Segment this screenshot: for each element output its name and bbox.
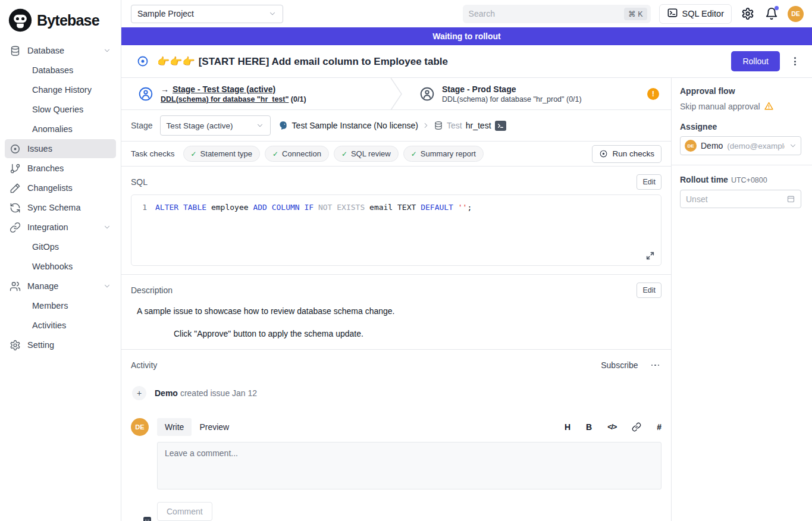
instance-name[interactable]: Test Sample Instance (No license) xyxy=(292,121,418,130)
chevron-down-icon xyxy=(268,10,277,18)
search-box[interactable]: ⌘ K xyxy=(463,5,651,23)
comment-submit-button[interactable]: Comment xyxy=(157,502,212,521)
stage-card-test[interactable]: →Stage - Test Stage (active) DDL(schema)… xyxy=(121,78,390,109)
approval-flow-title: Approval flow xyxy=(680,86,801,96)
stage-warning-badge: ! xyxy=(647,88,659,100)
bytebase-logo-icon xyxy=(8,8,32,32)
task-checks-label: Task checks xyxy=(131,149,175,158)
expand-fullscreen-icon[interactable] xyxy=(645,251,655,260)
rollout-button[interactable]: Rollout xyxy=(731,51,780,71)
stage-label: Stage xyxy=(131,121,153,130)
check-icon: ✓ xyxy=(272,150,278,158)
sidebar-item-slow-queries[interactable]: Slow Queries xyxy=(5,100,116,119)
sidebar-item-webhooks[interactable]: Webhooks xyxy=(5,257,116,276)
issue-title: 👉👉👉[START HERE] Add email column to Empl… xyxy=(157,55,731,68)
sidebar-item-change-history[interactable]: Change History xyxy=(5,80,116,99)
sidebar-item-issues[interactable]: Issues xyxy=(5,139,116,158)
sidebar-item-setting[interactable]: Setting xyxy=(5,335,116,354)
check-pill-summary-report[interactable]: ✓Summary report xyxy=(403,146,484,162)
heading-format-button[interactable]: H xyxy=(565,422,570,432)
comment-avatar: DE xyxy=(131,418,149,436)
comment-textarea[interactable] xyxy=(157,442,661,489)
stage-card-prod[interactable]: Stage - Prod Stage DDL(schema) for datab… xyxy=(403,78,671,109)
arrow-icon: → xyxy=(161,84,169,94)
sidebar-item-databases[interactable]: Databases xyxy=(5,61,116,80)
issue-status-icon xyxy=(137,55,149,67)
app-root: Bytebase Database Databases Change Histo… xyxy=(0,0,812,521)
status-banner: Waiting to rollout xyxy=(121,27,812,45)
rollout-time-input[interactable] xyxy=(680,190,801,208)
check-icon: ✓ xyxy=(411,150,417,158)
link-format-button[interactable] xyxy=(632,422,641,432)
sidebar-item-branches[interactable]: Branches xyxy=(5,159,116,178)
activity-entry-text: Democreated issue Jan 12 xyxy=(155,388,257,398)
sidebar-item-changelists[interactable]: Changelists xyxy=(5,178,116,197)
stage-select[interactable]: Test Stage (active) xyxy=(160,115,271,136)
sql-editor-button[interactable]: SQL Editor xyxy=(659,4,732,24)
user-avatar[interactable]: DE xyxy=(788,6,804,22)
search-input[interactable] xyxy=(469,9,625,18)
check-pill-connection[interactable]: ✓Connection xyxy=(265,146,329,162)
sidebar: Bytebase Database Databases Change Histo… xyxy=(0,0,121,521)
task-checks-row: Task checks ✓Statement type ✓Connection … xyxy=(121,142,671,167)
notifications-bell-button[interactable] xyxy=(764,6,779,21)
description-edit-button[interactable]: Edit xyxy=(637,283,661,298)
sidebar-item-database[interactable]: Database xyxy=(5,41,116,60)
project-select-value: Sample Project xyxy=(137,9,268,18)
comment-editor: DE Write Preview H B </> xyxy=(131,418,661,521)
assignee-avatar: DE xyxy=(685,140,697,152)
check-pill-sql-review[interactable]: ✓SQL review xyxy=(334,146,399,162)
divider xyxy=(672,165,812,165)
stage-title: →Stage - Test Stage (active) xyxy=(161,84,306,94)
more-actions-kebab-icon[interactable] xyxy=(787,54,802,69)
check-icon: ✓ xyxy=(191,150,197,158)
stage-selector-row: Stage Test Stage (active) Test Sample In… xyxy=(121,110,671,142)
sidebar-item-integration[interactable]: Integration xyxy=(5,218,116,237)
environment-name: Test xyxy=(447,121,462,130)
sidebar-item-members[interactable]: Members xyxy=(5,296,116,315)
database-icon xyxy=(434,121,443,130)
issue-icon xyxy=(10,143,21,155)
subscribe-button[interactable]: Subscribe xyxy=(601,360,638,370)
settings-gear-button[interactable] xyxy=(740,6,755,21)
project-select[interactable]: Sample Project xyxy=(131,5,283,23)
check-pill-statement-type[interactable]: ✓Statement type xyxy=(183,146,261,162)
description-section: Description Edit A sample issue to showc… xyxy=(121,275,671,350)
tab-preview[interactable]: Preview xyxy=(192,418,237,436)
topbar: Sample Project ⌘ K SQL Editor DE xyxy=(121,0,812,27)
postgresql-icon xyxy=(278,120,289,131)
link-icon xyxy=(10,221,21,233)
sidebar-item-activities[interactable]: Activities xyxy=(5,316,116,335)
timezone-label: UTC+0800 xyxy=(731,176,767,184)
stage-subtitle: DDL(schema) for database "hr_test" (0/1) xyxy=(161,95,306,103)
database-name[interactable]: hr_test xyxy=(466,121,491,130)
chevron-right-icon xyxy=(422,121,430,130)
description-line: Click "Approve" button to apply the sche… xyxy=(174,329,661,338)
hash-format-button[interactable]: # xyxy=(657,422,661,432)
sql-code-editor[interactable]: 1ALTER TABLE employee ADD COLUMN IF NOT … xyxy=(131,194,661,266)
brand-name: Bytebase xyxy=(37,12,99,29)
assignee-name: Demo xyxy=(701,141,723,150)
stage-select-value: Test Stage (active) xyxy=(167,121,256,130)
sidebar-item-manage[interactable]: Manage xyxy=(5,277,116,296)
activity-entry: + Democreated issue Jan 12 xyxy=(132,386,661,400)
search-shortcut-kbd: ⌘ K xyxy=(624,8,647,20)
brand-logo[interactable]: Bytebase xyxy=(0,5,121,40)
database-breadcrumb: Test Sample Instance (No license) Test h… xyxy=(278,120,506,131)
tab-write[interactable]: Write xyxy=(157,418,192,436)
description-title: Description xyxy=(131,285,173,295)
sql-edit-button[interactable]: Edit xyxy=(637,174,661,190)
approval-flow-value: Skip manual approval xyxy=(680,101,801,111)
open-in-sql-editor-icon[interactable] xyxy=(495,121,506,131)
sidebar-item-sync-schema[interactable]: Sync Schema xyxy=(5,198,116,217)
bold-format-button[interactable]: B xyxy=(586,422,592,432)
code-format-button[interactable]: </> xyxy=(607,423,616,431)
sidebar-item-gitops[interactable]: GitOps xyxy=(5,237,116,256)
terminal-icon xyxy=(667,7,678,20)
assignee-select[interactable]: DE Demo (demo@example xyxy=(680,136,801,155)
rollout-time-field[interactable] xyxy=(686,194,786,204)
run-checks-button[interactable]: Run checks xyxy=(592,145,661,163)
sidebar-item-anomalies[interactable]: Anomalies xyxy=(5,120,116,139)
check-icon: ✓ xyxy=(341,150,347,158)
activity-more-icon[interactable] xyxy=(649,362,662,369)
